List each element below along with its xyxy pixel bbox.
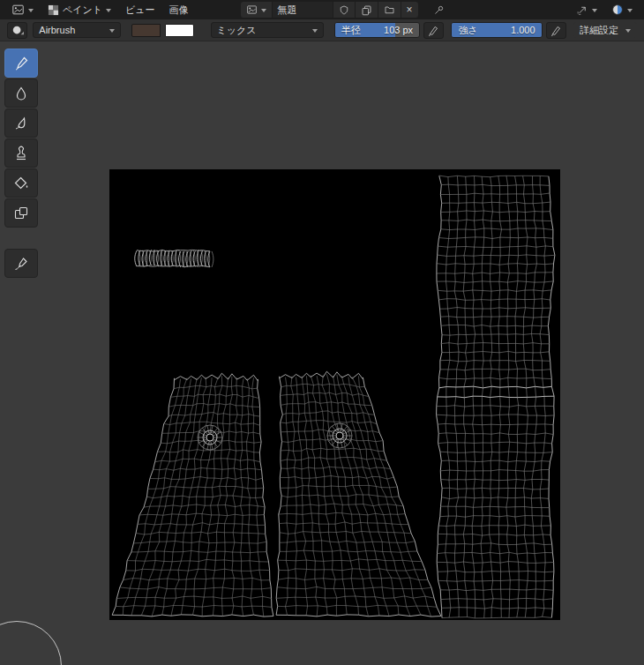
blend-mode-label: ミックス [217,24,257,37]
stylus-pressure-icon [428,25,439,36]
tool-mask-button[interactable] [4,198,38,228]
image-canvas[interactable] [109,169,560,620]
chevron-down-icon [312,29,318,33]
advanced-settings-dropdown[interactable]: 詳細設定 [573,22,637,38]
checkerboard-icon [48,4,59,16]
close-icon: × [407,4,413,15]
image-datablock-group: 無題 × [241,2,418,18]
advanced-settings-label: 詳細設定 [580,24,618,37]
tool-draw-button[interactable] [4,49,38,78]
display-channels-icon [611,4,624,16]
secondary-color-swatch[interactable] [165,24,194,37]
tool-settings-bar: Airbrush ミックス 半径 103 px 強さ 1.000 [0,19,644,41]
tool-smear-button[interactable] [4,108,38,138]
chevron-down-icon [28,9,34,12]
annotate-pen-icon [13,256,29,272]
menu-view[interactable]: ビュー [119,2,161,18]
brush-cursor [0,621,62,665]
chevron-down-icon [109,29,115,33]
shield-icon [339,4,349,16]
primary-color-swatch[interactable] [131,24,161,37]
editor-type-button[interactable] [5,2,40,18]
radius-label: 半径 [341,24,361,37]
blender-image-paint-editor: ペイント ビュー 画像 無題 [0,0,644,665]
chevron-down-icon [627,9,633,12]
menu-image[interactable]: 画像 [163,2,195,18]
image-name-field[interactable]: 無題 [273,2,333,18]
strength-pressure-toggle[interactable] [546,22,566,39]
draw-brush-icon [13,56,29,71]
fake-user-button[interactable] [333,2,355,18]
clone-stamp-icon [13,146,29,161]
tool-shelf [4,49,40,278]
radius-value: 103 px [384,25,413,35]
open-image-button[interactable] [378,2,401,18]
duplicate-icon [361,4,372,16]
strength-label: 強さ [458,24,477,37]
chevron-down-icon [106,9,111,12]
folder-open-icon [384,4,395,15]
mode-dropdown[interactable]: ペイント [41,2,117,18]
mode-label: ペイント [63,4,102,17]
jump-arrow-icon [576,4,588,16]
tool-soften-button[interactable] [4,78,38,108]
new-image-button[interactable] [356,2,378,18]
stylus-pressure-icon [550,25,562,36]
chevron-down-icon [625,29,631,33]
uv-wireframe [109,169,560,620]
gizmo-dropdown[interactable] [570,2,603,18]
blend-mode-dropdown[interactable]: ミックス [211,22,324,38]
pin-icon [433,4,445,16]
unlink-image-button[interactable]: × [401,2,418,18]
tool-clone-button[interactable] [4,138,38,168]
soften-icon [13,86,29,101]
brush-preview-icon [11,24,25,36]
pin-button[interactable] [427,2,451,18]
display-channels-dropdown[interactable] [605,2,639,18]
browse-image-icon [246,4,258,15]
tool-annotate-button[interactable] [4,249,38,278]
smear-icon [13,116,29,131]
strength-value: 1.000 [511,25,535,35]
strength-slider[interactable]: 強さ 1.000 [451,22,542,38]
mask-icon [13,205,29,221]
browse-image-dropdown[interactable] [241,2,272,18]
brush-datablock-button[interactable] [7,22,27,39]
brush-name: Airbrush [39,25,75,35]
tool-fill-button[interactable] [4,168,38,198]
chevron-down-icon [261,9,266,12]
brush-select-dropdown[interactable]: Airbrush [33,22,120,38]
chevron-down-icon [592,9,597,12]
editor-header: ペイント ビュー 画像 無題 [0,0,644,19]
fill-bucket-icon [13,176,29,191]
radius-pressure-toggle[interactable] [423,22,444,39]
image-editor-icon [11,4,25,16]
radius-slider[interactable]: 半径 103 px [334,22,420,38]
